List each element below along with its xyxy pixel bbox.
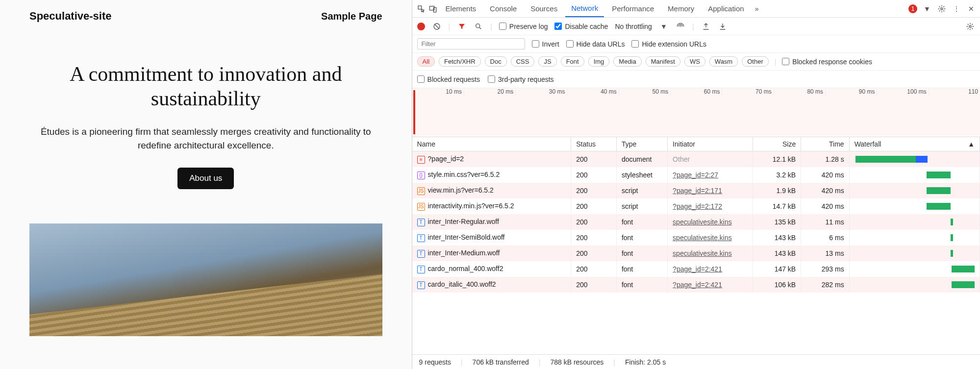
more-tabs-icon[interactable]: »: [752, 4, 762, 14]
tab-network[interactable]: Network: [565, 0, 604, 17]
tab-console[interactable]: Console: [484, 0, 523, 17]
pill-ws[interactable]: WS: [684, 56, 705, 67]
settings-icon[interactable]: [965, 22, 975, 31]
cell-initiator[interactable]: speculativesite.kins: [668, 230, 753, 246]
rendered-page: Speculative-site Sample Page A commitmen…: [0, 0, 412, 369]
cell-name[interactable]: JSview.min.js?ver=6.5.2: [412, 183, 571, 198]
cell-initiator[interactable]: Other: [668, 151, 753, 168]
cell-initiator[interactable]: speculativesite.kins: [668, 214, 753, 230]
cell-name[interactable]: JSinteractivity.min.js?ver=6.5.2: [412, 198, 571, 214]
hero-image: [29, 223, 382, 336]
cell-type: font: [616, 230, 667, 246]
hide-data-urls-checkbox[interactable]: Hide data URLs: [566, 40, 625, 48]
cell-initiator[interactable]: ?page_id=2:421: [668, 261, 753, 277]
column-header[interactable]: Time: [801, 137, 849, 151]
network-row[interactable]: JSinteractivity.min.js?ver=6.5.2200scrip…: [412, 198, 980, 214]
cell-time: 6 ms: [801, 230, 849, 246]
upload-icon[interactable]: [701, 22, 711, 31]
cell-waterfall: [849, 230, 980, 246]
pill-wasm[interactable]: Wasm: [709, 56, 738, 67]
pill-all[interactable]: All: [417, 56, 435, 67]
cell-initiator[interactable]: ?page_id=2:421: [668, 277, 753, 293]
network-row[interactable]: Tinter_Inter-Regular.woff200fontspeculat…: [412, 214, 980, 230]
chevron-down-icon[interactable]: ▼: [922, 4, 932, 14]
kebab-menu-icon[interactable]: ⋮: [952, 4, 961, 14]
preserve-log-checkbox[interactable]: Preserve log: [499, 23, 548, 30]
column-header[interactable]: Waterfall▲: [849, 137, 980, 151]
filter-icon[interactable]: [457, 22, 467, 31]
tab-sources[interactable]: Sources: [525, 0, 563, 17]
network-row[interactable]: Tinter_Inter-Medium.woff200fontspeculati…: [412, 246, 980, 261]
search-icon[interactable]: [474, 22, 483, 31]
cell-initiator[interactable]: ?page_id=2:171: [668, 183, 753, 198]
chevron-down-icon[interactable]: ▼: [659, 22, 669, 31]
site-title[interactable]: Speculative-site: [29, 10, 112, 23]
pill-manifest[interactable]: Manifest: [646, 56, 680, 67]
cell-name[interactable]: Tcardo_normal_400.woff2: [412, 261, 571, 277]
cell-name[interactable]: Tinter_Inter-Medium.woff: [412, 246, 571, 261]
pill-doc[interactable]: Doc: [485, 56, 507, 67]
column-header[interactable]: Type: [616, 137, 667, 151]
cell-status: 200: [571, 277, 617, 293]
cell-initiator[interactable]: speculativesite.kins: [668, 246, 753, 261]
pill-media[interactable]: Media: [613, 56, 641, 67]
timeline-overview[interactable]: 10 ms20 ms30 ms40 ms50 ms60 ms70 ms80 ms…: [412, 88, 980, 137]
svg-point-3: [941, 8, 943, 10]
tab-memory[interactable]: Memory: [662, 0, 700, 17]
throttling-select[interactable]: No throttling: [615, 23, 652, 30]
about-us-button[interactable]: About us: [177, 168, 234, 189]
column-header[interactable]: Status: [571, 137, 617, 151]
pill-other[interactable]: Other: [742, 56, 769, 67]
tab-application[interactable]: Application: [702, 0, 750, 17]
nav-sample-page[interactable]: Sample Page: [321, 11, 382, 22]
blocked-cookies-checkbox[interactable]: Blocked response cookies: [782, 58, 872, 66]
pill-css[interactable]: CSS: [511, 56, 535, 67]
column-header[interactable]: Size: [753, 137, 801, 151]
cell-name[interactable]: Tinter_Inter-Regular.woff: [412, 214, 571, 230]
column-header[interactable]: Name: [412, 137, 571, 151]
network-row[interactable]: Tcardo_normal_400.woff2200font?page_id=2…: [412, 261, 980, 277]
close-icon[interactable]: ✕: [966, 4, 976, 14]
cell-initiator[interactable]: ?page_id=2:172: [668, 198, 753, 214]
cell-name[interactable]: ≡?page_id=2: [412, 151, 571, 168]
cell-waterfall: [849, 246, 980, 261]
pill-js[interactable]: JS: [538, 56, 556, 67]
cell-name[interactable]: Tcardo_italic_400.woff2: [412, 277, 571, 293]
column-header[interactable]: Initiator: [668, 137, 753, 151]
error-count-badge[interactable]: 1: [908, 4, 917, 13]
tab-elements[interactable]: Elements: [440, 0, 482, 17]
network-type-pills: All Fetch/XHR Doc CSS JS Font Img Media …: [412, 53, 980, 71]
network-table-wrap[interactable]: NameStatusTypeInitiatorSizeTimeWaterfall…: [412, 137, 980, 354]
invert-checkbox[interactable]: Invert: [532, 40, 559, 48]
network-row[interactable]: Tinter_Inter-SemiBold.woff200fontspecula…: [412, 230, 980, 246]
hide-extension-urls-checkbox[interactable]: Hide extension URLs: [631, 40, 706, 48]
clear-icon[interactable]: [432, 22, 442, 31]
network-row[interactable]: {}style.min.css?ver=6.5.2200stylesheet?p…: [412, 167, 980, 183]
network-row[interactable]: JSview.min.js?ver=6.5.2200script?page_id…: [412, 183, 980, 198]
pill-font[interactable]: Font: [561, 56, 584, 67]
pill-img[interactable]: Img: [588, 56, 610, 67]
tab-performance[interactable]: Performance: [606, 0, 660, 17]
cell-time: 420 ms: [801, 167, 849, 183]
filter-input[interactable]: [417, 38, 525, 49]
timeline-tick: 60 ms: [670, 88, 722, 97]
network-conditions-icon[interactable]: [676, 22, 685, 31]
pill-fetch-xhr[interactable]: Fetch/XHR: [439, 56, 481, 67]
cell-status: 200: [571, 183, 617, 198]
blocked-requests-checkbox[interactable]: Blocked requests: [417, 75, 480, 83]
third-party-checkbox[interactable]: 3rd-party requests: [488, 75, 554, 83]
network-row[interactable]: Tcardo_italic_400.woff2200font?page_id=2…: [412, 277, 980, 293]
network-row[interactable]: ≡?page_id=2200documentOther12.1 kB1.28 s: [412, 151, 980, 168]
cell-status: 200: [571, 230, 617, 246]
cell-name[interactable]: {}style.min.css?ver=6.5.2: [412, 167, 571, 183]
record-button[interactable]: [417, 23, 425, 30]
device-toggle-icon[interactable]: [428, 4, 438, 14]
disable-cache-checkbox[interactable]: Disable cache: [554, 23, 608, 30]
cell-size: 147 kB: [753, 261, 801, 277]
cell-name[interactable]: Tinter_Inter-SemiBold.woff: [412, 230, 571, 246]
cell-initiator[interactable]: ?page_id=2:27: [668, 167, 753, 183]
download-icon[interactable]: [718, 22, 728, 31]
hero-body: Études is a pioneering firm that seamles…: [39, 125, 373, 153]
settings-icon[interactable]: [937, 4, 947, 14]
inspect-icon[interactable]: [416, 4, 426, 14]
